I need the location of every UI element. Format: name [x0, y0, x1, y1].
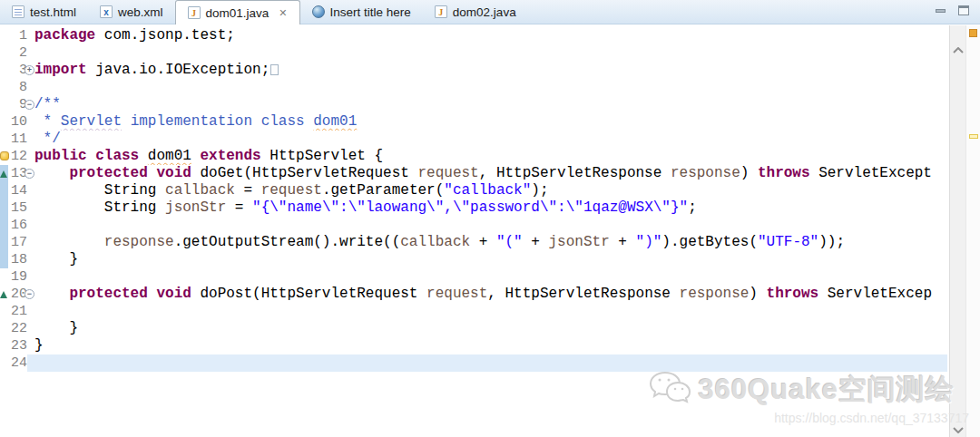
tab-test-html[interactable]: test.html — [0, 0, 88, 24]
marker-column — [0, 354, 8, 372]
line-number: 1 — [8, 27, 27, 44]
change-bar — [0, 251, 8, 268]
line-number: 23 — [8, 337, 27, 354]
code-line: 18 } — [0, 251, 947, 268]
fold-minus-icon[interactable]: − — [24, 289, 34, 299]
code-token: , HttpServletResponse — [487, 286, 679, 302]
java-file-icon — [435, 5, 447, 18]
code-text[interactable] — [34, 268, 947, 286]
code-token: response — [104, 234, 174, 250]
line-number: 8 — [8, 79, 27, 96]
chevron-down-icon[interactable] — [953, 426, 964, 433]
code-token: HttpServlet { — [261, 148, 383, 164]
fold-plus-icon[interactable]: + — [24, 65, 34, 75]
code-editor[interactable]: 1package com.jsonp.test;23+import java.i… — [0, 25, 980, 437]
fold-column — [27, 320, 34, 337]
code-text[interactable] — [34, 44, 947, 62]
tab-label: web.xml — [118, 5, 163, 19]
fold-column — [27, 113, 34, 131]
code-text[interactable]: } — [34, 251, 947, 268]
code-token — [139, 148, 148, 164]
line-number: 10 — [8, 113, 27, 131]
code-token: "callback" — [444, 182, 531, 199]
fold-minus-icon[interactable]: − — [24, 169, 34, 179]
code-text[interactable]: } — [34, 320, 947, 337]
tab-web-xml[interactable]: web.xml — [88, 0, 175, 24]
tab-dom01-java[interactable]: dom01.java✕ — [175, 0, 300, 24]
code-token: = — [235, 182, 261, 199]
code-token: import — [34, 62, 87, 78]
change-bar — [0, 234, 8, 251]
code-token: ServletExcep — [818, 286, 932, 302]
code-token: .getParameter( — [322, 182, 444, 199]
code-text[interactable] — [34, 217, 947, 234]
code-text[interactable]: import java.io.IOException; — [34, 62, 947, 79]
overview-warning-mid-marker-icon[interactable] — [969, 134, 978, 139]
code-line: 19 — [0, 268, 947, 286]
code-line: 15 String jsonStr = "{\"name\":\"laowang… — [0, 199, 947, 217]
fold-column — [27, 234, 34, 251]
override-marker-icon — [0, 170, 7, 178]
code-token: response — [680, 286, 750, 302]
code-token: callback — [165, 182, 235, 199]
code-text[interactable]: protected void doPost(HttpServletRequest… — [34, 286, 947, 303]
fold-column: − — [27, 165, 34, 182]
code-text[interactable]: String callback = request.getParameter("… — [34, 182, 947, 199]
code-text[interactable] — [34, 79, 947, 96]
code-token: .getOutputStream().write(( — [174, 234, 401, 250]
fold-minus-icon[interactable]: − — [24, 100, 34, 110]
tab-dom02-java[interactable]: dom02.java — [423, 0, 528, 24]
code-token: ")" — [636, 234, 662, 250]
warning-marker-icon[interactable] — [0, 151, 9, 160]
vertical-scrollbar[interactable] — [949, 25, 965, 437]
overview-ruler — [965, 25, 980, 437]
code-token: * — [34, 113, 61, 130]
tab-close-icon[interactable]: ✕ — [279, 8, 287, 18]
code-text[interactable] — [34, 303, 947, 320]
change-bar — [0, 217, 8, 234]
fold-column — [27, 217, 34, 234]
change-bar — [0, 165, 8, 182]
code-text[interactable]: public class dom01 extends HttpServlet { — [34, 148, 947, 165]
code-token: implementation class — [122, 113, 313, 130]
fold-column — [27, 27, 34, 44]
marker-column — [0, 148, 8, 165]
globe-icon — [312, 5, 325, 18]
collapsed-code-icon[interactable] — [270, 64, 279, 75]
minimize-icon[interactable] — [936, 9, 946, 13]
code-line: 3+import java.io.IOException; — [0, 62, 947, 79]
code-token: protected void — [69, 286, 191, 302]
code-text[interactable]: package com.jsonp.test; — [34, 27, 947, 44]
code-text[interactable] — [34, 354, 947, 372]
fold-column — [27, 44, 34, 62]
code-token: String — [34, 199, 165, 216]
code-token: throws — [767, 286, 819, 302]
tab-insert-title-here[interactable]: Insert title here — [300, 0, 423, 24]
fold-column — [27, 337, 34, 354]
overview-warning-marker-icon[interactable] — [969, 29, 977, 37]
code-token: dom01 — [148, 148, 191, 164]
code-token: } — [34, 320, 78, 336]
code-line: 1package com.jsonp.test; — [0, 27, 947, 44]
code-text[interactable]: /** — [34, 96, 947, 113]
marker-column — [0, 131, 8, 148]
marker-column — [0, 96, 8, 113]
code-text[interactable]: response.getOutputStream().write((callba… — [34, 234, 947, 251]
fold-column — [27, 354, 34, 372]
code-token: request — [417, 165, 478, 181]
code-line: 17 response.getOutputStream().write((cal… — [0, 234, 947, 251]
code-token: String — [34, 182, 165, 199]
code-text[interactable]: protected void doGet(HttpServletRequest … — [34, 165, 947, 182]
chevron-up-icon[interactable] — [953, 47, 964, 54]
code-text[interactable]: * Servlet implementation class dom01 — [34, 113, 947, 131]
maximize-icon[interactable] — [958, 5, 969, 15]
code-line: 9−/** — [0, 96, 947, 113]
code-text[interactable]: String jsonStr = "{\"name\":\"laowang\",… — [34, 199, 947, 217]
code-text[interactable]: } — [34, 337, 947, 354]
code-line: 12public class dom01 extends HttpServlet… — [0, 148, 947, 165]
marker-column — [0, 320, 8, 337]
code-token: Servlet — [61, 113, 122, 130]
code-text[interactable]: */ — [34, 131, 947, 148]
code-line: 13− protected void doGet(HttpServletRequ… — [0, 165, 947, 182]
eclipse-editor-window: test.htmlweb.xmldom01.java✕Insert title … — [0, 0, 980, 437]
